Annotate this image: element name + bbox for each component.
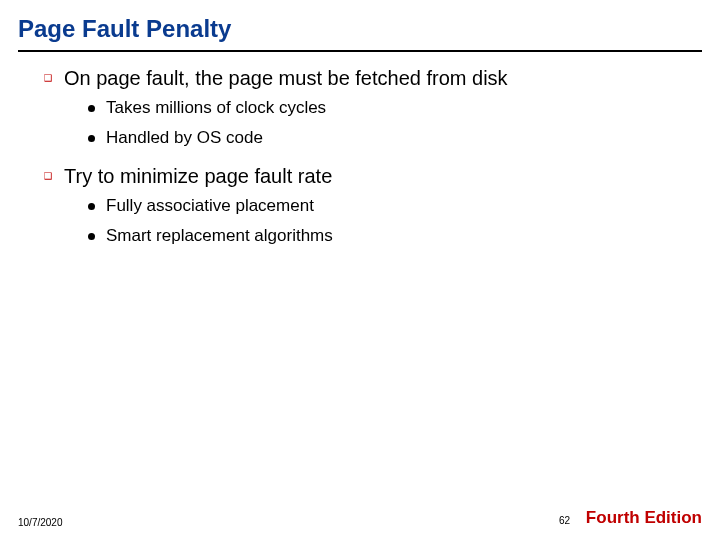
bullet-l2-text: Fully associative placement xyxy=(106,196,314,216)
bullet-l1-text: Try to minimize page fault rate xyxy=(64,164,332,188)
bullet-l2-text: Takes millions of clock cycles xyxy=(106,98,326,118)
footer-edition: Fourth Edition xyxy=(586,508,702,528)
bullet-l1-text: On page fault, the page must be fetched … xyxy=(64,66,508,90)
title-area: Page Fault Penalty xyxy=(0,0,720,46)
bullet-l1: ❑ Try to minimize page fault rate xyxy=(44,164,702,188)
bullet-l2-text: Handled by OS code xyxy=(106,128,263,148)
dot-bullet-icon xyxy=(88,226,106,244)
bullet-l2: Takes millions of clock cycles xyxy=(88,98,702,118)
bullet-l2: Handled by OS code xyxy=(88,128,702,148)
footer: 10/7/2020 62 Fourth Edition xyxy=(0,504,720,528)
bullet-l2: Fully associative placement xyxy=(88,196,702,216)
bullet-l2: Smart replacement algorithms xyxy=(88,226,702,246)
slide: Page Fault Penalty ❑ On page fault, the … xyxy=(0,0,720,540)
dot-bullet-icon xyxy=(88,98,106,116)
bullet-l2-text: Smart replacement algorithms xyxy=(106,226,333,246)
bullet-l1: ❑ On page fault, the page must be fetche… xyxy=(44,66,702,90)
dot-bullet-icon xyxy=(88,196,106,214)
sublist: Fully associative placement Smart replac… xyxy=(44,188,702,256)
content-area: ❑ On page fault, the page must be fetche… xyxy=(0,52,720,256)
footer-date: 10/7/2020 xyxy=(18,517,63,528)
square-bullet-icon: ❑ xyxy=(44,164,64,188)
square-bullet-icon: ❑ xyxy=(44,66,64,90)
dot-bullet-icon xyxy=(88,128,106,146)
sublist: Takes millions of clock cycles Handled b… xyxy=(44,90,702,158)
slide-title: Page Fault Penalty xyxy=(18,16,702,42)
footer-page-number: 62 xyxy=(559,515,570,526)
